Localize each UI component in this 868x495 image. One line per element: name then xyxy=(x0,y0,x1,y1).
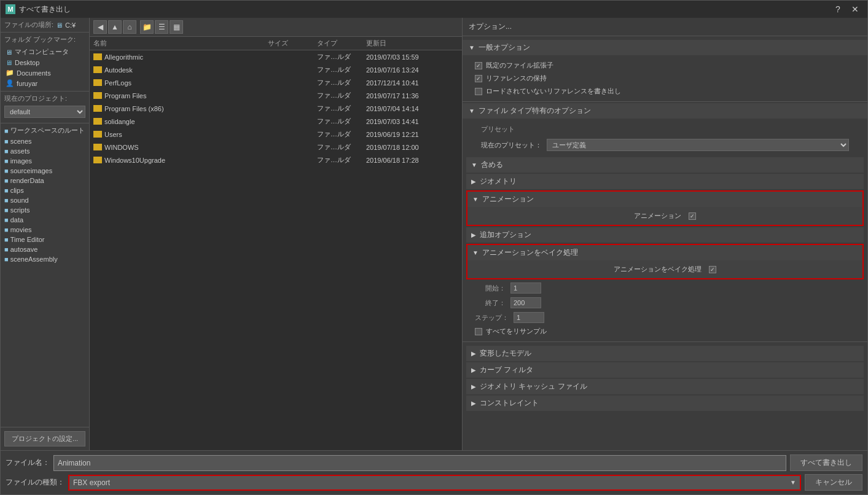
file-row-programfiles[interactable]: Program Files ファ…ルダ 2019/07/17 11:36 xyxy=(90,89,462,102)
bottom-bar: ファイル名： すべて書き出し ファイルの種類： FBX export ▼ キャン… xyxy=(1,450,867,494)
constraint-header[interactable]: ▶ コンストレイント xyxy=(466,396,864,411)
tree-item-scripts[interactable]: ■ scripts xyxy=(4,205,85,215)
filetype-select-wrapper[interactable]: FBX export ▼ xyxy=(68,475,801,491)
resample-label: すべてをリサンプル xyxy=(486,327,547,336)
filetype-options-header[interactable]: ▼ ファイル タイプ特有のオプション xyxy=(463,103,867,119)
bookmark-documents[interactable]: 📁 Documents xyxy=(4,68,85,78)
location-value: C:¥ xyxy=(65,21,76,29)
bake-title: アニメーションをベイク処理 xyxy=(482,248,578,258)
project-label: 現在のプロジェクト: xyxy=(4,94,85,103)
toolbar-home-button[interactable]: ⌂ xyxy=(123,20,136,34)
default-ext-checkbox[interactable] xyxy=(475,62,482,69)
tree-item-sceneassembly[interactable]: ■ sceneAssembly xyxy=(4,254,85,264)
tree-item-workspace[interactable]: ■ ワークスペースのルート xyxy=(4,125,85,136)
tree-item-sound[interactable]: ■ sound xyxy=(4,195,85,205)
unloaded-ref-checkbox[interactable] xyxy=(475,88,482,95)
file-row-win10upgrade[interactable]: Windows10Upgrade ファ…ルダ 2019/06/18 17:28 xyxy=(90,154,462,166)
tree-item-renderdata[interactable]: ■ renderData xyxy=(4,176,85,185)
deformed-header[interactable]: ▶ 変形したモデル xyxy=(466,346,864,361)
project-section: 現在のプロジェクト: default xyxy=(1,92,89,123)
file-row-allegorithmic[interactable]: Allegorithmic ファ…ルダ 2019/07/03 15:59 xyxy=(90,50,462,63)
file-row-perflogs[interactable]: PerfLogs ファ…ルダ 2017/12/14 10:41 xyxy=(90,76,462,89)
bookmark-desktop[interactable]: 🖥 Desktop xyxy=(4,58,85,68)
header-size[interactable]: サイズ xyxy=(268,39,317,48)
toolbar-up-button[interactable]: ▲ xyxy=(108,20,122,34)
bake-option-row[interactable]: アニメーションをベイク処理 xyxy=(480,263,850,276)
images-icon: ■ xyxy=(4,157,9,165)
geometry-header[interactable]: ▶ ジオメトリ xyxy=(466,174,864,189)
option-default-ext[interactable]: 既定のファイル拡張子 xyxy=(475,59,855,72)
workspace-icon: ■ xyxy=(4,127,9,134)
close-button[interactable]: ✕ xyxy=(848,3,862,15)
filename-label: ファイル名： xyxy=(6,458,50,468)
end-field-row: 終了： xyxy=(463,295,867,310)
toolbar-row: ◀ ▲ ⌂ 📁 ☰ ▦ xyxy=(90,18,462,37)
end-input[interactable] xyxy=(510,297,541,308)
toolbar-newfolder-button[interactable]: 📁 xyxy=(140,20,154,34)
project-settings-button[interactable]: プロジェクトの設定... xyxy=(4,431,85,446)
start-input[interactable] xyxy=(510,283,541,294)
toolbar-details-button[interactable]: ▦ xyxy=(170,20,183,34)
animation-option-row[interactable]: アニメーション xyxy=(480,209,850,222)
folder-icon xyxy=(93,105,102,112)
bookmarks-label: フォルダ ブックマーク: xyxy=(4,35,85,44)
tree-item-movies[interactable]: ■ movies xyxy=(4,225,85,235)
preset-row: プリセット xyxy=(475,122,855,136)
file-row-windows[interactable]: WINDOWS ファ…ルダ 2019/07/18 12:00 xyxy=(90,141,462,154)
timeeditor-icon: ■ xyxy=(4,236,9,243)
step-input[interactable] xyxy=(514,312,544,323)
bake-checkbox[interactable] xyxy=(709,266,716,273)
tree-item-autosave[interactable]: ■ autosave xyxy=(4,244,85,254)
bookmark-mycomputer[interactable]: 🖥 マイコンピュータ xyxy=(4,46,85,58)
geocache-header[interactable]: ▶ ジオメトリ キャッシュ ファイル xyxy=(466,379,864,394)
header-type[interactable]: タイプ xyxy=(317,39,366,48)
include-title: 含める xyxy=(481,160,503,170)
file-row-autodesk[interactable]: Autodesk ファ…ルダ 2019/07/16 13:24 xyxy=(90,63,462,76)
file-row-solidangle[interactable]: solidangle ファ…ルダ 2019/07/03 14:41 xyxy=(90,115,462,128)
save-button[interactable]: すべて書き出し xyxy=(790,454,862,471)
title-bar-controls: ? ✕ xyxy=(831,3,862,15)
dialog-window: M すべて書き出し ? ✕ ファイルの場所: 🖥 C:¥ フォルダ ブックマーク… xyxy=(0,0,868,495)
filetype-options-title: ファイル タイプ特有のオプション xyxy=(479,106,591,116)
location-icon: 🖥 xyxy=(56,21,63,29)
deformed-arrow-icon: ▶ xyxy=(471,350,476,357)
cancel-button[interactable]: キャンセル xyxy=(805,474,862,491)
animation-checkbox[interactable] xyxy=(689,212,696,220)
additional-header[interactable]: ▶ 追加オプション xyxy=(466,227,864,243)
tree-item-data[interactable]: ■ data xyxy=(4,215,85,225)
include-section: ▼ 含める xyxy=(466,157,864,173)
file-row-users[interactable]: Users ファ…ルダ 2019/06/19 12:21 xyxy=(90,128,462,141)
start-field-row: 開始： xyxy=(463,281,867,295)
toolbar-back-button[interactable]: ◀ xyxy=(93,20,107,34)
step-label: ステップ： xyxy=(475,313,509,322)
general-options-header[interactable]: ▼ 一般オプション xyxy=(463,40,867,55)
bake-arrow-icon: ▼ xyxy=(472,249,479,256)
option-unloaded-ref[interactable]: ロードされていないリファレンスを書き出し xyxy=(475,85,855,98)
tree-item-assets[interactable]: ■ assets xyxy=(4,146,85,156)
tree-item-clips[interactable]: ■ clips xyxy=(4,185,85,195)
bookmark-furuyar[interactable]: 👤 furuyar xyxy=(4,78,85,88)
tree-item-timeeditor[interactable]: ■ Time Editor xyxy=(4,235,85,244)
toolbar-list-button[interactable]: ☰ xyxy=(155,20,168,34)
resample-checkbox[interactable] xyxy=(475,328,482,335)
preset-select[interactable]: ユーザ定義 xyxy=(547,139,849,151)
header-date[interactable]: 更新日 xyxy=(366,39,458,48)
filename-input[interactable] xyxy=(53,455,786,471)
animation-header[interactable]: ▼ アニメーション xyxy=(467,192,862,207)
option-preserve-ref[interactable]: リファレンスの保持 xyxy=(475,72,855,85)
include-header[interactable]: ▼ 含める xyxy=(466,157,864,173)
bake-header[interactable]: ▼ アニメーションをベイク処理 xyxy=(467,245,862,260)
options-scroll[interactable]: ▼ 一般オプション 既定のファイル拡張子 リファレンスの保持 xyxy=(463,36,867,450)
curvefilter-header[interactable]: ▶ カーブ フィルタ xyxy=(466,362,864,378)
file-row-programfiles-x86[interactable]: Program Files (x86) ファ…ルダ 2019/07/04 14:… xyxy=(90,102,462,115)
clips-icon: ■ xyxy=(4,187,9,194)
project-select[interactable]: default xyxy=(4,106,85,118)
tree-item-scenes[interactable]: ■ scenes xyxy=(4,136,85,146)
tree-item-sourceimages[interactable]: ■ sourceimages xyxy=(4,166,85,176)
file-list-body: Allegorithmic ファ…ルダ 2019/07/03 15:59 Aut… xyxy=(90,50,462,450)
tree-item-images[interactable]: ■ images xyxy=(4,156,85,166)
step-field-row: ステップ： xyxy=(463,310,867,325)
preserve-ref-checkbox[interactable] xyxy=(475,75,482,82)
help-button[interactable]: ? xyxy=(831,3,845,15)
header-name[interactable]: 名前 xyxy=(93,39,268,48)
